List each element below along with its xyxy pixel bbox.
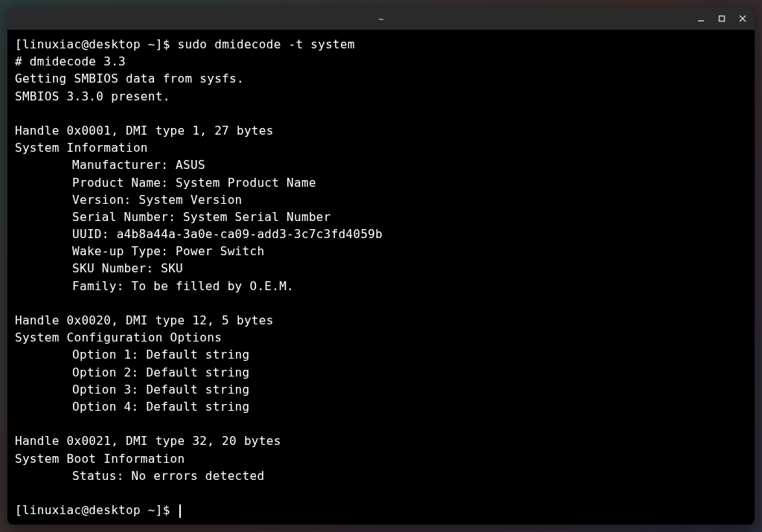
- field-option4: Option 4: Default string: [15, 398, 249, 415]
- field-product-name: Product Name: System Product Name: [15, 174, 316, 191]
- output-line: # dmidecode 3.3: [15, 54, 126, 68]
- terminal-window: ~ [linuxiac@desktop ~]$ sudo dmidecode -…: [7, 7, 755, 525]
- field-uuid: UUID: a4b8a44a-3a0e-ca09-add3-3c7c3fd405…: [15, 225, 382, 243]
- minimize-button[interactable]: [694, 11, 708, 26]
- titlebar[interactable]: ~: [7, 7, 755, 30]
- minimize-icon: [697, 15, 705, 22]
- cursor: [179, 504, 181, 518]
- field-serial: Serial Number: System Serial Number: [15, 208, 331, 225]
- field-option2: Option 2: Default string: [15, 364, 249, 381]
- command-1: sudo dmidecode -t system: [178, 37, 355, 51]
- prompt-1: [linuxiac@desktop ~]$: [15, 37, 178, 51]
- maximize-button[interactable]: [714, 11, 729, 26]
- section-title: System Configuration Options: [15, 330, 222, 344]
- maximize-icon: [718, 15, 726, 22]
- handle-header: Handle 0x0021, DMI type 32, 20 bytes: [15, 434, 281, 448]
- field-family: Family: To be filled by O.E.M.: [15, 278, 294, 295]
- field-status: Status: No errors detected: [15, 467, 264, 484]
- window-title: ~: [378, 13, 384, 25]
- close-icon: [739, 15, 746, 22]
- handle-header: Handle 0x0001, DMI type 1, 27 bytes: [15, 124, 274, 138]
- section-title: System Information: [15, 141, 148, 155]
- handle-header: Handle 0x0020, DMI type 12, 5 bytes: [15, 313, 274, 327]
- field-option1: Option 1: Default string: [15, 346, 249, 363]
- window-controls: [694, 7, 750, 30]
- output-line: SMBIOS 3.3.0 present.: [15, 89, 170, 103]
- field-wakeup: Wake-up Type: Power Switch: [15, 243, 264, 260]
- field-version: Version: System Version: [15, 191, 243, 208]
- close-button[interactable]: [735, 11, 750, 26]
- svg-rect-1: [720, 16, 725, 22]
- output-line: Getting SMBIOS data from sysfs.: [15, 71, 244, 86]
- field-sku: SKU Number: SKU: [15, 260, 183, 277]
- section-title: System Boot Information: [15, 452, 185, 466]
- field-option3: Option 3: Default string: [15, 381, 249, 398]
- field-manufacturer: Manufacturer: ASUS: [15, 156, 205, 173]
- prompt-2: [linuxiac@desktop ~]$: [15, 503, 178, 517]
- terminal-body[interactable]: [linuxiac@desktop ~]$ sudo dmidecode -t …: [7, 30, 755, 525]
